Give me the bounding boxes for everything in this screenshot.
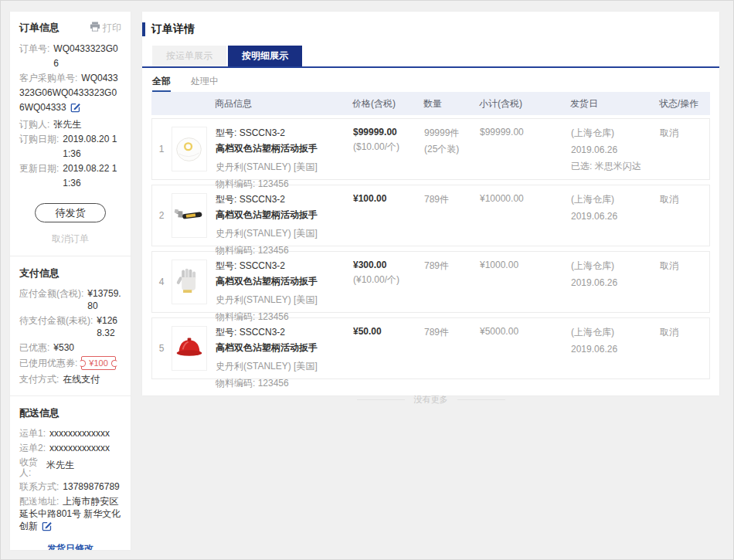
warehouse: (上海仓库)	[571, 260, 660, 273]
product-brand: 史丹利(STANLEY) [美国]	[216, 227, 353, 240]
header-subtotal: 小计(含税)	[479, 92, 570, 115]
contact-field: 联系方式: 13789876789	[19, 480, 121, 493]
display-mode-tabs: 按运单展示 按明细展示	[142, 46, 719, 68]
divider	[10, 256, 131, 256]
subtotal: ¥5000.00	[480, 326, 571, 337]
page-title-row: 订单详情	[142, 12, 719, 46]
product-image-work-glove[interactable]	[172, 260, 207, 304]
header-product: 商品信息	[215, 92, 352, 115]
product-image-safety-helmet[interactable]	[172, 326, 207, 371]
table-row: 2 型号: SSCCN3-2 高档双色沾塑柄活动扳手 史丹利(STANLEY) …	[151, 185, 710, 246]
orderer-field: 订购人: 张先生	[19, 117, 121, 132]
product-brand: 史丹利(STANLEY) [美国]	[216, 360, 353, 373]
header-qty: 数量	[423, 92, 479, 115]
order-info-title: 订单信息	[19, 21, 59, 35]
order-info-section: 订单信息 打印 订单号: WQ0433323G06 客户采购单号:WQ04333…	[19, 21, 121, 246]
product-code: 物料编码: 123456	[216, 178, 353, 191]
footer-dash	[357, 399, 405, 400]
product-model: 型号: SSCCN3-2	[216, 127, 353, 140]
delivery-info-section: 配送信息 运单1: xxxxxxxxxxxxx 运单2: xxxxxxxxxxx…	[19, 406, 121, 550]
header-price: 价格(含税)	[352, 92, 423, 115]
quantity: 99999件	[424, 127, 480, 140]
table-header: 商品信息 价格(含税) 数量 小计(含税) 发货日 状态/操作	[151, 92, 710, 115]
warehouse: (上海仓库)	[571, 326, 660, 339]
discount-field: 已优惠: ¥530	[19, 341, 121, 354]
cancel-item-link[interactable]: 取消	[660, 194, 678, 205]
row-index: 4	[152, 260, 171, 287]
subtab-all[interactable]: 全部	[152, 75, 171, 92]
payment-info-section: 支付信息 应付金额(含税): ¥13759.80 待支付金额(未税): ¥126…	[19, 266, 121, 385]
waybill2-field: 运单2: xxxxxxxxxxxxx	[19, 442, 121, 454]
ship-note: 已选: 米思米闪达	[571, 160, 660, 173]
divider	[10, 395, 131, 396]
price: ¥100.00	[353, 193, 424, 204]
ship-date-modify-link[interactable]: 发货日修改	[19, 542, 121, 550]
footer-dash	[457, 399, 505, 400]
tab-by-detail[interactable]: 按明细展示	[228, 46, 302, 66]
price: ¥50.00	[353, 326, 424, 337]
table-row: 5 型号: SSCCN3-2 高档双色沾塑柄活动扳手 史丹利(STANLEY) …	[151, 317, 710, 379]
ship-date: 2019.06.26	[571, 211, 660, 222]
price: $99999.00	[353, 127, 424, 137]
print-button[interactable]: 打印	[90, 22, 121, 35]
order-items-table: 商品信息 价格(含税) 数量 小计(含税) 发货日 状态/操作 1 型号: SS…	[142, 92, 719, 406]
row-index: 2	[152, 193, 171, 221]
print-label: 打印	[103, 22, 121, 35]
product-code: 物料编码: 123456	[216, 244, 353, 257]
order-number-field: 订单号: WQ0433323G06	[19, 42, 121, 71]
subtotal: $99999.00	[480, 127, 571, 137]
printer-icon	[90, 22, 100, 34]
product-model: 型号: SSCCN3-2	[216, 260, 353, 273]
product-name: 高档双色沾塑柄活动扳手	[216, 341, 353, 355]
delivery-info-title: 配送信息	[19, 406, 59, 420]
product-brand: 史丹利(STANLEY) [美国]	[216, 294, 353, 307]
price: ¥300.00	[353, 260, 424, 270]
tab-by-waybill[interactable]: 按运单展示	[152, 46, 226, 66]
ship-date: 2019.06.26	[571, 277, 660, 288]
ship-date: 2019.06.26	[571, 344, 660, 355]
subtab-processing[interactable]: 处理中	[191, 75, 219, 92]
table-row: 4 型号: SSCCN3-2 高档双色沾塑柄活动扳手 史丹利(STANLEY) …	[151, 251, 710, 313]
product-code: 物料编码: 123456	[216, 377, 353, 390]
unit-price: ($10.00/个)	[353, 141, 424, 154]
customer-po-field: 客户采购单号:WQ0433323G06WQ0433323G06WQ04333	[19, 71, 121, 117]
unpaid-amount-field: 待支付金额(未税): ¥1268.32	[19, 314, 121, 339]
product-name: 高档双色沾塑柄活动扳手	[216, 142, 353, 155]
coupon-badge: ¥100	[81, 356, 115, 370]
cancel-item-link[interactable]: 取消	[660, 127, 678, 138]
product-name: 高档双色沾塑柄活动扳手	[216, 275, 353, 288]
filter-subtabs: 全部 处理中	[142, 68, 719, 92]
quantity: 789件	[424, 326, 480, 339]
row-index: 1	[152, 127, 171, 154]
product-image-adjustable-wrench[interactable]	[172, 193, 207, 238]
table-row: 1 型号: SSCCN3-2 高档双色沾塑柄活动扳手 史丹利(STANLEY) …	[151, 118, 710, 180]
edit-po-icon[interactable]	[70, 101, 81, 117]
subtotal: ¥10000.00	[480, 193, 571, 204]
order-date-field: 订购日期: 2019.08.20 11:36	[19, 132, 121, 161]
title-accent-bar	[142, 22, 145, 36]
payable-amount-field: 应付金额(含税): ¥13759.80	[19, 287, 121, 312]
cancel-order-button[interactable]: 取消订单	[19, 232, 121, 246]
product-code: 物料编码: 123456	[216, 311, 353, 324]
order-detail-panel: 订单详情 按运单展示 按明细展示 全部 处理中 商品信息 价格(含税) 数量 小…	[142, 12, 719, 395]
product-image-respirator-mask[interactable]	[172, 127, 207, 171]
payment-info-title: 支付信息	[19, 266, 59, 280]
warehouse: (上海仓库)	[571, 127, 660, 140]
edit-address-icon[interactable]	[41, 520, 53, 535]
page-title: 订单详情	[151, 22, 195, 36]
delivery-address-field: 配送地址:上海市静安区延长中路801号 新华文化创新	[19, 495, 121, 535]
row-index: 5	[152, 326, 171, 354]
subtotal: ¥1000.00	[480, 260, 571, 270]
order-detail-page: 订单信息 打印 订单号: WQ0433323G06 客户采购单号:WQ04333…	[0, 0, 734, 560]
update-date-field: 更新日期: 2019.08.22 11:36	[19, 161, 121, 191]
quantity: 789件	[424, 260, 480, 273]
cancel-item-link[interactable]: 取消	[660, 327, 678, 338]
status-badge: 待发货	[35, 203, 106, 222]
cancel-item-link[interactable]: 取消	[660, 260, 678, 271]
warehouse: (上海仓库)	[571, 193, 660, 206]
waybill1-field: 运单1: xxxxxxxxxxxxx	[19, 427, 121, 440]
product-brand: 史丹利(STANLEY) [美国]	[216, 161, 353, 174]
ship-date: 2019.06.26	[571, 144, 660, 155]
header-status-action: 状态/操作	[659, 92, 710, 115]
no-more-label: 没有更多	[414, 394, 448, 406]
